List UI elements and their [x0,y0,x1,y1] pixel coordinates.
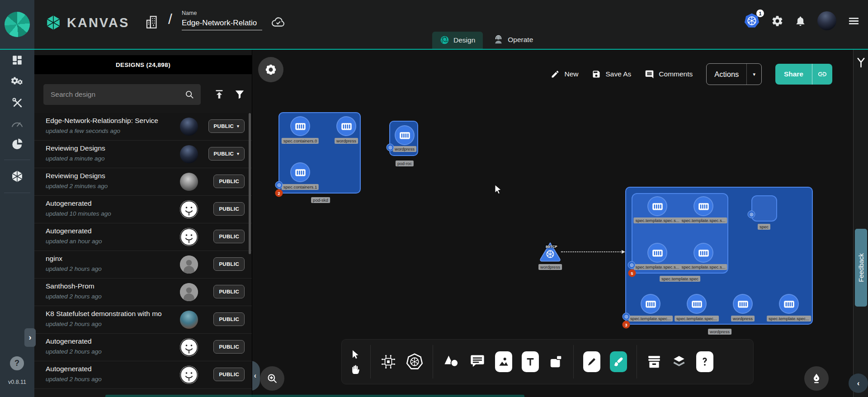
node-container[interactable] [290,116,310,136]
node-container[interactable] [395,125,415,145]
node-container[interactable] [693,243,713,263]
menu-icon[interactable] [848,15,860,27]
visibility-badge[interactable]: PUBLIC [213,285,245,298]
visibility-badge[interactable]: PUBLIC [213,257,245,271]
pen-tool[interactable] [583,351,600,372]
drawer-icon [646,354,662,369]
save-as-button[interactable]: Save As [592,70,631,79]
design-list-item[interactable]: Santhosh-Prom updated 2 hours ago PUBLIC [34,279,252,306]
node-container[interactable] [336,116,356,136]
image-tool[interactable] [495,351,512,372]
configuration-icon[interactable] [11,97,24,109]
search-input-wrap[interactable] [43,84,201,105]
expand-sidebar-button[interactable]: › [24,328,36,347]
layers-tool[interactable] [671,354,687,369]
node-container[interactable] [647,243,667,263]
sketch-icon [613,356,624,368]
help-button[interactable]: ? [10,356,24,370]
node-container[interactable] [290,162,310,182]
sketch-tool[interactable] [610,351,627,372]
node-container[interactable] [687,294,707,314]
components-tool[interactable] [380,354,396,370]
node-container[interactable] [693,196,713,216]
node-pod-skd[interactable]: spec.containers.0 wordpress spec.contain… [278,112,361,194]
drawer-tool[interactable] [646,354,662,369]
design-list-item[interactable]: Autogenerated updated an hour ago PUBLIC [34,223,252,251]
select-tool[interactable] [350,349,361,360]
lifecycle-icon[interactable] [10,76,24,87]
card-tool[interactable] [548,354,564,369]
design-canvas[interactable]: New Save As Comments Actions ▾ Share [252,50,853,397]
design-list-item[interactable]: Autogenerated updated 2 hours ago PUBLIC [34,361,252,389]
settings-icon[interactable] [771,15,783,27]
comment-tool[interactable] [469,354,486,370]
collapse-rail-button[interactable]: ‹ [849,373,868,393]
feedback-button[interactable]: Feedback [855,229,867,307]
error-count-badge[interactable]: 2 [275,189,283,197]
error-count-badge[interactable]: 5 [628,269,636,277]
node-label: spec.template.spec.s... [633,217,681,223]
visibility-badge[interactable]: PUBLIC [213,175,245,188]
node-label: spec.template.spec.s... [633,264,681,270]
collapse-panel-handle[interactable]: ‹ [252,361,260,391]
design-list-item[interactable]: Reviewing Designs updated a minute ago P… [34,141,252,168]
design-list-item[interactable]: Autogenerated updated 10 minutes ago PUB… [34,196,252,223]
node-spec[interactable] [751,195,777,222]
visibility-badge[interactable]: PUBLIC [213,230,245,243]
kubernetes-tool[interactable] [406,353,423,370]
pan-tool[interactable] [350,364,361,375]
search-icon [184,90,194,99]
design-list-item[interactable]: nginx updated 2 hours ago PUBLIC [34,251,252,279]
caret-down-icon: ▾ [237,152,239,156]
share-button[interactable]: Share [775,64,832,85]
search-input[interactable] [50,90,181,99]
design-list-item[interactable]: Autogenerated updated 2 hours ago PUBLIC [34,334,252,361]
help-tool[interactable] [696,351,713,372]
node-label: spec.template.spec.s... [679,217,727,223]
tab-operate[interactable]: Operate [486,31,541,49]
design-list-item[interactable]: Reviewing Designs updated 2 minutes ago … [34,168,252,196]
node-container[interactable] [733,294,753,314]
visibility-badge[interactable]: PUBLIC [213,312,245,326]
actions-button[interactable]: Actions ▾ [706,63,762,85]
design-name-field[interactable]: Name Edge-Network-Relatio [182,10,262,30]
notifications-icon[interactable] [795,15,806,27]
comments-button[interactable]: Comments [645,70,693,79]
visibility-badge[interactable]: PUBLIC [213,340,245,354]
visibility-badge[interactable]: PUBLIC ▾ [208,119,245,133]
import-design-button[interactable] [213,89,225,100]
filter-designs-button[interactable] [234,89,245,100]
node-container[interactable] [641,294,660,314]
shapes-tool[interactable] [443,354,460,369]
kanvas-icon[interactable] [10,170,24,183]
text-tool[interactable] [522,351,539,372]
zoom-button[interactable] [260,366,284,391]
cluster-context-button[interactable] [258,57,283,82]
kanvas-logo-square[interactable] [0,0,34,49]
node-container[interactable] [647,196,667,216]
pen-mode-button[interactable] [804,366,829,391]
dashboard-icon[interactable] [11,54,23,66]
node-template-spec[interactable]: spec.template.spec.s... spec.template.sp… [632,193,728,274]
design-list-item[interactable]: K8 Statefulset demonstration with mo upd… [34,306,252,334]
error-count-badge[interactable]: 3 [623,321,630,329]
tab-design[interactable]: Design [432,32,483,49]
performance-icon[interactable] [11,118,24,128]
user-avatar[interactable] [817,11,836,30]
extensions-icon[interactable] [11,138,24,150]
visibility-badge[interactable]: PUBLIC ▾ [208,147,245,161]
service-edge[interactable] [561,251,623,252]
visibility-badge[interactable]: PUBLIC [213,202,245,216]
new-button[interactable]: New [551,70,578,79]
name-field-value[interactable]: Edge-Network-Relatio [182,17,262,30]
designs-scrollbar[interactable] [249,113,251,254]
node-pod-roc[interactable]: wordpress pod-roc [389,121,418,156]
node-deployment-wordpress[interactable]: spec.template.spec.s... spec.template.sp… [625,187,813,325]
kubernetes-context-icon[interactable]: 1 [744,13,760,29]
organization-icon[interactable] [145,14,160,30]
node-container[interactable] [779,294,799,314]
visibility-badge[interactable]: PUBLIC [213,368,245,381]
validate-y-icon[interactable] [855,57,867,68]
copy-link-button[interactable] [812,69,832,79]
design-list-item[interactable]: Edge-Network-Relationship: Service updat… [34,113,252,141]
